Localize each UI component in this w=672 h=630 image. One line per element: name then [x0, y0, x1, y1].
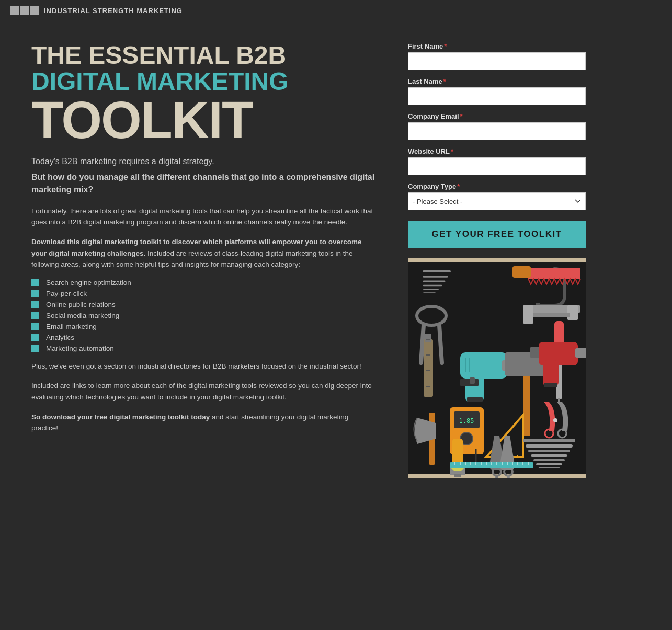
last-name-input[interactable]	[408, 87, 586, 105]
svg-rect-40	[543, 360, 559, 386]
svg-rect-42	[575, 348, 586, 358]
svg-rect-33	[523, 368, 530, 436]
svg-rect-47	[533, 313, 570, 317]
list-item-label: Online public relations	[46, 301, 116, 308]
list-item-label: Pay-per-click	[46, 290, 87, 297]
right-column: First Name* Last Name* Company Email* We…	[408, 42, 586, 478]
site-header: INDUSTRIAL STRENGTH MARKETING	[0, 0, 672, 21]
url-input[interactable]	[408, 157, 586, 175]
list-item: Pay-per-click	[31, 290, 377, 297]
bullet-icon	[31, 323, 39, 330]
subheading-bold: But how do you manage all the different …	[31, 171, 377, 196]
left-column: THE ESSENTIAL B2B DIGITAL MARKETING TOOL…	[31, 42, 377, 478]
required-star: *	[443, 77, 446, 85]
svg-line-75	[508, 476, 509, 478]
list-item: Analytics	[31, 334, 377, 341]
svg-rect-70	[536, 463, 562, 465]
tools-illustration: 1.85	[408, 258, 586, 478]
svg-rect-68	[531, 454, 567, 457]
required-star: *	[444, 42, 447, 50]
required-star: *	[457, 182, 460, 190]
square-1	[10, 6, 19, 15]
svg-rect-79	[454, 474, 461, 477]
drill-bit	[424, 334, 433, 397]
list-item-label: Analytics	[46, 334, 74, 341]
hero-headline: THE ESSENTIAL B2B DIGITAL MARKETING TOOL…	[31, 42, 377, 145]
list-item: Marketing automation	[31, 345, 377, 352]
first-name-input[interactable]	[408, 52, 586, 70]
list-item-label: Social media marketing	[46, 312, 119, 319]
svg-rect-17	[424, 339, 433, 397]
email-group: Company Email*	[408, 112, 586, 140]
bullet-icon	[31, 279, 39, 286]
closing-text-2: Included are links to learn more about e…	[31, 380, 377, 403]
svg-rect-30	[470, 377, 475, 384]
svg-rect-45	[523, 305, 533, 324]
bullet-icon	[31, 312, 39, 319]
square-3	[30, 6, 39, 15]
body-text-2: Download this digital marketing toolkit …	[31, 236, 377, 270]
list-item: Social media marketing	[31, 312, 377, 319]
first-name-label: First Name*	[408, 42, 586, 50]
subheading-normal: Today's B2B marketing requires a digital…	[31, 155, 377, 168]
list-item: Search engine optimization	[31, 279, 377, 287]
list-item-label: Marketing automation	[46, 345, 114, 352]
svg-line-15	[421, 325, 424, 363]
svg-line-16	[439, 325, 442, 363]
company-type-group: Company Type* - Please Select - Manufact…	[408, 182, 586, 210]
tools-svg: 1.85	[408, 258, 586, 478]
list-item-label: Search engine optimization	[46, 279, 131, 287]
hero-line-1: THE ESSENTIAL B2B	[31, 42, 377, 68]
svg-line-74	[496, 476, 497, 478]
list-item-label: Email marketing	[46, 323, 97, 330]
svg-point-64	[553, 418, 557, 422]
company-type-label: Company Type*	[408, 182, 586, 190]
main-layout: THE ESSENTIAL B2B DIGITAL MARKETING TOOL…	[0, 21, 672, 499]
email-label: Company Email*	[408, 112, 586, 120]
svg-rect-25	[467, 397, 483, 402]
email-input[interactable]	[408, 122, 586, 140]
list-item: Online public relations	[31, 301, 377, 308]
bullet-icon	[31, 290, 39, 297]
body-text-1: Fortunately, there are lots of great dig…	[31, 205, 377, 228]
lead-form: First Name* Last Name* Company Email* We…	[408, 42, 586, 248]
svg-rect-67	[528, 450, 570, 452]
square-2	[20, 6, 29, 15]
svg-rect-1	[408, 258, 586, 262]
svg-rect-18	[425, 334, 431, 342]
url-group: Website URL*	[408, 147, 586, 175]
last-name-group: Last Name*	[408, 77, 586, 105]
svg-rect-65	[523, 439, 575, 442]
last-name-label: Last Name*	[408, 77, 586, 85]
ruler	[450, 462, 533, 468]
required-star: *	[451, 147, 453, 155]
company-type-select[interactable]: - Please Select - Manufacturer Distribut…	[408, 192, 586, 210]
hero-line-3: TOOLKIT	[31, 95, 377, 145]
bullet-icon	[31, 345, 39, 352]
svg-rect-29	[460, 379, 479, 386]
list-item: Email marketing	[31, 323, 377, 330]
first-name-group: First Name*	[408, 42, 586, 70]
svg-rect-11	[528, 268, 580, 277]
svg-rect-13	[512, 266, 531, 278]
svg-rect-66	[526, 444, 573, 448]
url-label: Website URL*	[408, 147, 586, 155]
required-star: *	[460, 112, 463, 120]
svg-rect-71	[539, 467, 560, 468]
brand-squares	[10, 6, 39, 15]
closing-text-1: Plus, we've even got a section on indust…	[31, 361, 377, 372]
closing-bold-text: So download your free digital marketing …	[31, 411, 377, 434]
bullet-list: Search engine optimization Pay-per-click…	[31, 279, 377, 352]
submit-button[interactable]: GET YOUR FREE TOOLKIT	[408, 221, 586, 248]
svg-rect-41	[544, 383, 557, 387]
brand-name: INDUSTRIAL STRENGTH MARKETING	[44, 7, 183, 15]
closing-bold: So download your free digital marketing …	[31, 413, 210, 421]
bullet-icon	[31, 334, 39, 341]
bullet-icon	[31, 301, 39, 308]
svg-rect-69	[533, 459, 565, 461]
svg-text:1.85: 1.85	[459, 417, 474, 425]
